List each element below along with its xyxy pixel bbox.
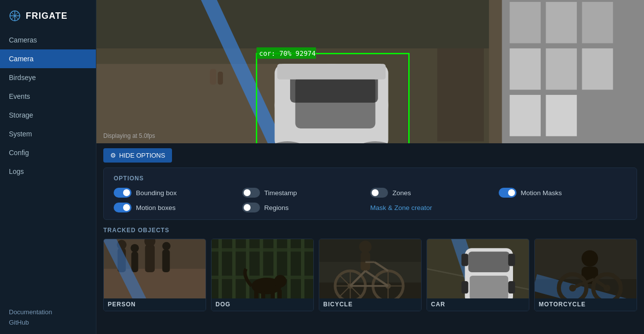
svg-rect-47	[232, 239, 236, 298]
tracked-objects-section: TRACKED OBJECTS	[96, 225, 644, 318]
mask-zone-link[interactable]: Mask & Zone creator	[370, 204, 432, 211]
svg-rect-57	[254, 290, 258, 298]
svg-rect-17	[489, 0, 502, 143]
sidebar-item-birdseye[interactable]: Birdseye	[0, 68, 96, 87]
bicycle-label: BICYCLE	[319, 298, 421, 311]
camera-view-svg: cor: 70% 92974	[96, 0, 644, 143]
timestamp-label: Timestamp	[264, 189, 297, 197]
option-zones: Zones	[370, 188, 499, 198]
svg-rect-90	[508, 281, 515, 293]
svg-rect-58	[261, 291, 265, 298]
person-label: PERSON	[104, 298, 206, 311]
app-logo: FRIGATE	[0, 0, 96, 31]
svg-text:cor: 70% 92974: cor: 70% 92974	[259, 49, 315, 57]
options-grid: Bounding box Timestamp Zones	[114, 188, 627, 212]
regions-toggle[interactable]	[242, 203, 260, 212]
option-bounding-box: Bounding box	[114, 188, 242, 198]
svg-rect-86	[470, 276, 508, 298]
hide-options-label: HIDE OPTIONS	[119, 152, 165, 159]
bounding-box-toggle[interactable]	[114, 188, 131, 198]
tracked-card-motorcycle[interactable]: MOTORCYCLE	[534, 239, 637, 311]
options-panel: OPTIONS Bounding box Timestamp	[103, 167, 637, 220]
sidebar: FRIGATE Cameras Camera Birdseye Events S…	[0, 0, 96, 334]
svg-rect-89	[462, 281, 469, 293]
motion-boxes-toggle[interactable]	[114, 203, 131, 212]
svg-rect-23	[277, 64, 386, 79]
svg-rect-31	[437, 48, 484, 141]
svg-rect-9	[510, 2, 541, 43]
motorcycle-thumbnail	[535, 239, 637, 298]
svg-rect-52	[301, 239, 304, 298]
gear-icon: ⚙	[110, 152, 116, 159]
svg-point-94	[582, 250, 598, 266]
bicycle-thumbnail	[319, 239, 421, 298]
svg-rect-36	[131, 251, 138, 272]
svg-rect-13	[546, 48, 577, 90]
svg-rect-12	[510, 48, 541, 90]
dog-thumbnail	[212, 239, 313, 298]
fps-display: Displaying at 5.0fps	[103, 132, 155, 139]
motorcycle-label: MOTORCYCLE	[535, 298, 637, 311]
svg-rect-53	[212, 248, 313, 251]
svg-rect-33	[104, 269, 206, 298]
zones-toggle[interactable]	[370, 188, 388, 198]
zones-label: Zones	[392, 189, 411, 197]
hide-options-button[interactable]: ⚙ HIDE OPTIONS	[103, 148, 172, 163]
svg-rect-87	[462, 253, 469, 266]
regions-label: Regions	[264, 204, 289, 211]
svg-point-41	[162, 242, 171, 250]
main-content: cor: 70% 92974 Displaying at 5.0fps ⚙ HI…	[96, 0, 644, 334]
tracked-objects-grid: PERSON	[103, 239, 637, 311]
dog-label: DOG	[212, 298, 313, 311]
tracked-objects-title: TRACKED OBJECTS	[103, 227, 637, 234]
svg-rect-15	[510, 95, 541, 136]
option-motion-masks: Motion Masks	[499, 188, 627, 198]
bounding-box-label: Bounding box	[136, 189, 177, 197]
sidebar-item-system[interactable]: System	[0, 125, 96, 143]
car-label: CAR	[427, 298, 529, 311]
svg-rect-11	[582, 2, 613, 43]
motion-boxes-label: Motion boxes	[136, 204, 175, 211]
svg-rect-51	[287, 239, 291, 298]
github-link[interactable]: GitHub	[9, 319, 87, 326]
option-mask-zone: Mask & Zone creator	[370, 203, 499, 212]
option-timestamp: Timestamp	[242, 188, 371, 198]
svg-rect-38	[145, 245, 155, 272]
svg-point-37	[130, 244, 139, 252]
svg-point-56	[274, 275, 287, 288]
sidebar-item-config[interactable]: Config	[0, 143, 96, 162]
svg-rect-60	[278, 290, 282, 298]
svg-rect-88	[508, 253, 515, 266]
sidebar-item-camera[interactable]: Camera	[0, 49, 96, 68]
tracked-card-bicycle[interactable]: BICYCLE	[319, 239, 422, 311]
svg-rect-22	[295, 77, 375, 128]
svg-rect-85	[469, 251, 510, 272]
tracked-card-car[interactable]: CAR	[427, 239, 529, 311]
svg-rect-46	[218, 239, 222, 298]
logo-icon	[8, 9, 22, 23]
documentation-link[interactable]: Documentation	[9, 308, 87, 316]
svg-rect-40	[162, 250, 170, 272]
motion-masks-label: Motion Masks	[521, 189, 562, 197]
car-thumbnail	[427, 239, 529, 298]
svg-rect-16	[546, 95, 577, 136]
svg-rect-80	[319, 239, 421, 262]
svg-rect-29	[210, 69, 216, 84]
person-thumbnail	[104, 239, 206, 298]
sidebar-item-storage[interactable]: Storage	[0, 106, 96, 125]
sidebar-item-logs[interactable]: Logs	[0, 162, 96, 181]
motion-masks-toggle[interactable]	[499, 188, 516, 198]
tracked-card-person[interactable]: PERSON	[103, 239, 206, 311]
svg-rect-30	[218, 72, 223, 84]
svg-rect-48	[246, 239, 250, 298]
tracked-card-dog[interactable]: DOG	[211, 239, 314, 311]
options-title: OPTIONS	[114, 175, 627, 182]
svg-rect-14	[582, 48, 613, 90]
app-name: FRIGATE	[26, 11, 68, 21]
svg-rect-10	[546, 2, 577, 43]
svg-rect-59	[271, 291, 275, 298]
toolbar: ⚙ HIDE OPTIONS	[96, 143, 644, 167]
timestamp-toggle[interactable]	[242, 188, 260, 198]
sidebar-item-events[interactable]: Events	[0, 87, 96, 106]
sidebar-item-cameras[interactable]: Cameras	[0, 31, 96, 49]
